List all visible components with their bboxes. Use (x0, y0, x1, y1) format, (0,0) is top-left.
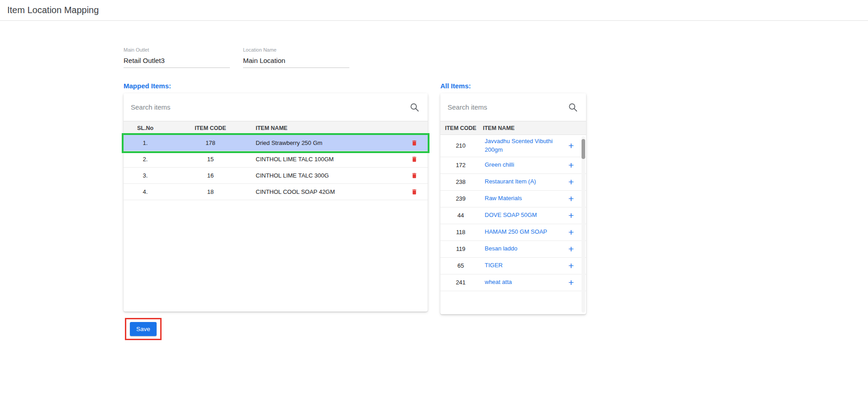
mapped-search-row (124, 93, 428, 121)
item-code-cell: 241 (440, 279, 481, 286)
all-search-input[interactable] (448, 103, 568, 111)
item-code-cell: 18 (167, 188, 254, 195)
add-button[interactable]: + (561, 227, 582, 238)
add-button[interactable]: + (561, 193, 582, 204)
item-code-cell: 65 (440, 262, 481, 269)
item-code-cell: 15 (167, 156, 254, 163)
column-header-item-name: ITEM NAME (254, 125, 401, 131)
all-items-heading: All Items: (440, 82, 471, 90)
sl-no-cell: 1. (124, 139, 167, 146)
item-name-link[interactable]: Javvadhu Scented Vibuthi 200gm (481, 135, 561, 157)
add-button[interactable]: + (561, 160, 582, 171)
add-icon: + (568, 193, 574, 204)
item-name-cell: Dried Strawberry 250 Gm (254, 139, 401, 146)
table-row[interactable]: 241 wheat atta + (440, 274, 586, 291)
add-button[interactable]: + (561, 277, 582, 288)
column-header-item-code: ITEM CODE (440, 125, 481, 131)
mapped-table-body: 1. 178 Dried Strawberry 250 Gm 2. 15 CIN… (124, 135, 428, 200)
main-content: Main Outlet Location Name Mapped Items: … (0, 21, 868, 399)
add-icon: + (568, 227, 574, 238)
item-code-cell: 239 (440, 195, 481, 202)
sl-no-cell: 3. (124, 172, 167, 179)
table-row[interactable]: 238 Restaurant Item (A) + (440, 174, 586, 191)
table-row[interactable]: 118 HAMAM 250 GM SOAP + (440, 224, 586, 241)
item-name-link[interactable]: Besan laddo (481, 242, 561, 255)
item-code-cell: 118 (440, 229, 481, 236)
table-row[interactable]: 119 Besan laddo + (440, 241, 586, 258)
main-outlet-label: Main Outlet (124, 47, 230, 53)
search-icon[interactable] (568, 102, 578, 112)
add-icon: + (568, 277, 574, 288)
item-name-link[interactable]: Green chilli (481, 159, 561, 172)
table-row[interactable]: 65 TIGER + (440, 258, 586, 274)
table-row[interactable]: 2. 15 CINTHOL LIME TALC 100GM (124, 151, 428, 168)
mapped-search-input[interactable] (131, 103, 410, 111)
item-code-cell: 119 (440, 245, 481, 252)
delete-button[interactable] (401, 155, 428, 163)
sl-no-cell: 2. (124, 156, 167, 163)
add-icon: + (568, 210, 574, 221)
mapped-items-heading: Mapped Items: (124, 82, 171, 90)
column-header-item-code: ITEM CODE (167, 125, 254, 131)
all-search-row (440, 93, 586, 121)
item-name-link[interactable]: wheat atta (481, 276, 561, 289)
item-code-cell: 210 (440, 142, 481, 149)
item-code-cell: 44 (440, 212, 481, 219)
table-row[interactable]: 239 Raw Materials + (440, 191, 586, 207)
delete-icon (411, 155, 418, 163)
item-name-cell: CINTHOL COOL SOAP 42GM (254, 188, 401, 195)
delete-icon (411, 139, 418, 147)
add-button[interactable]: + (561, 177, 582, 187)
search-icon[interactable] (410, 102, 420, 112)
add-icon: + (568, 177, 574, 187)
item-code-cell: 16 (167, 172, 254, 179)
page-title: Item Location Mapping (7, 5, 99, 15)
main-outlet-field-group: Main Outlet (124, 47, 230, 68)
table-row[interactable]: 172 Green chilli + (440, 157, 586, 174)
delete-icon (411, 188, 418, 196)
main-outlet-input[interactable] (124, 54, 230, 68)
all-table-header: ITEM CODE ITEM NAME (440, 121, 586, 135)
location-name-input[interactable] (243, 54, 349, 68)
item-name-cell: CINTHOL LIME TALC 300G (254, 172, 401, 179)
item-name-link[interactable]: DOVE SOAP 50GM (481, 209, 561, 222)
add-button[interactable]: + (561, 210, 582, 221)
add-button[interactable]: + (561, 260, 582, 271)
all-table-body: 210 Javvadhu Scented Vibuthi 200gm + 172… (440, 135, 586, 291)
scrollbar-thumb[interactable] (582, 139, 585, 159)
table-row[interactable]: 210 Javvadhu Scented Vibuthi 200gm + (440, 135, 586, 157)
item-code-cell: 172 (440, 162, 481, 168)
delete-icon (411, 172, 418, 179)
item-name-link[interactable]: Restaurant Item (A) (481, 175, 561, 188)
sl-no-cell: 4. (124, 188, 167, 195)
column-header-item-name: ITEM NAME (481, 125, 561, 131)
add-icon: + (568, 244, 574, 255)
save-annotation-box: Save (125, 318, 162, 340)
item-name-link[interactable]: Raw Materials (481, 192, 561, 205)
item-code-cell: 238 (440, 178, 481, 185)
add-icon: + (568, 140, 574, 151)
column-header-slno: SL.No (124, 125, 167, 131)
item-name-cell: CINTHOL LIME TALC 100GM (254, 156, 401, 163)
table-row[interactable]: 44 DOVE SOAP 50GM + (440, 207, 586, 224)
add-icon: + (568, 160, 574, 171)
table-row[interactable]: 1. 178 Dried Strawberry 250 Gm (124, 135, 428, 151)
save-button[interactable]: Save (130, 322, 157, 336)
table-row[interactable]: 4. 18 CINTHOL COOL SOAP 42GM (124, 184, 428, 200)
app-header: Item Location Mapping (0, 0, 868, 21)
location-name-label: Location Name (243, 47, 349, 53)
location-name-field-group: Location Name (243, 47, 349, 68)
delete-button[interactable] (401, 188, 428, 196)
item-name-link[interactable]: HAMAM 250 GM SOAP (481, 226, 561, 239)
scrollbar-track[interactable] (582, 136, 585, 312)
mapped-items-card: SL.No ITEM CODE ITEM NAME 1. 178 Dried S… (124, 93, 428, 312)
add-button[interactable]: + (561, 140, 582, 151)
delete-button[interactable] (401, 172, 428, 179)
item-name-link[interactable]: TIGER (481, 259, 561, 272)
add-icon: + (568, 260, 574, 271)
all-items-card: ITEM CODE ITEM NAME 210 Javvadhu Scented… (440, 93, 586, 314)
add-button[interactable]: + (561, 244, 582, 255)
delete-button[interactable] (401, 139, 428, 147)
item-code-cell: 178 (167, 139, 254, 146)
table-row[interactable]: 3. 16 CINTHOL LIME TALC 300G (124, 168, 428, 184)
